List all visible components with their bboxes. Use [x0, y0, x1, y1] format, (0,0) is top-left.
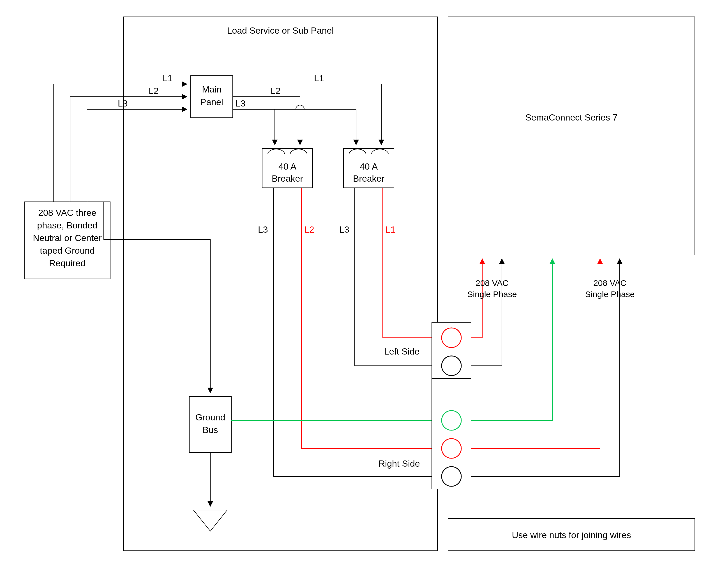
source-line4: taped Ground: [40, 246, 95, 256]
phase1-l2: Single Phase: [467, 290, 517, 299]
svg-text:L3: L3: [118, 98, 128, 108]
main-panel-box: [191, 76, 233, 118]
label-l3-out: L3: [236, 98, 246, 108]
label-breaker1-l2: L2: [304, 225, 314, 235]
main-panel-l1: Main: [202, 84, 221, 94]
device-wire-4-red: [471, 259, 600, 448]
terminal-5-black: [442, 467, 461, 486]
left-side-label: Left Side: [384, 346, 420, 357]
svg-text:Breaker: Breaker: [353, 173, 384, 184]
source-line1: 208 VAC three: [38, 208, 97, 218]
label-l1-out: L1: [314, 73, 324, 83]
device-wire-2-black: [471, 259, 502, 366]
terminal-2-black: [442, 356, 461, 376]
main-panel-l2: Panel: [200, 97, 223, 107]
svg-text:Breaker: Breaker: [272, 173, 303, 184]
ground-bus-box: [189, 397, 231, 453]
ground-bus-l2: Bus: [202, 425, 218, 435]
breaker-2: 40 A Breaker: [344, 149, 394, 188]
breaker-1: 40 A Breaker: [262, 149, 313, 188]
label-l2-out: L2: [270, 86, 281, 96]
label-breaker2-l3: L3: [339, 225, 349, 235]
label-breaker2-l1: L1: [386, 225, 396, 235]
source-line3: Neutral or Center: [33, 233, 102, 243]
terminal-1-red: [442, 328, 461, 348]
terminal-4-red: [442, 439, 461, 458]
svg-text:40 A: 40 A: [279, 162, 297, 171]
svg-text:40 A: 40 A: [360, 162, 378, 171]
source-line2: phase, Bonded: [37, 220, 97, 230]
phase2-l1: 208 VAC: [593, 278, 627, 288]
phase2-l2: Single Phase: [585, 290, 635, 299]
ground-bus-l1: Ground: [196, 412, 225, 422]
footer-text: Use wire nuts for joining wires: [512, 530, 631, 540]
device-label: SemaConnect Series 7: [525, 112, 617, 123]
label-breaker1-l3: L3: [258, 225, 268, 235]
terminal-3-green: [442, 411, 461, 430]
source-line5: Required: [49, 258, 85, 268]
phase1-l1: 208 VAC: [475, 278, 509, 288]
device-box: [448, 17, 695, 255]
wiring-diagram: Load Service or Sub Panel SemaConnect Se…: [0, 0, 715, 588]
svg-text:L2: L2: [149, 86, 159, 96]
right-side-label: Right Side: [379, 459, 420, 469]
panel-title: Load Service or Sub Panel: [227, 25, 334, 36]
svg-text:L1: L1: [163, 73, 173, 83]
